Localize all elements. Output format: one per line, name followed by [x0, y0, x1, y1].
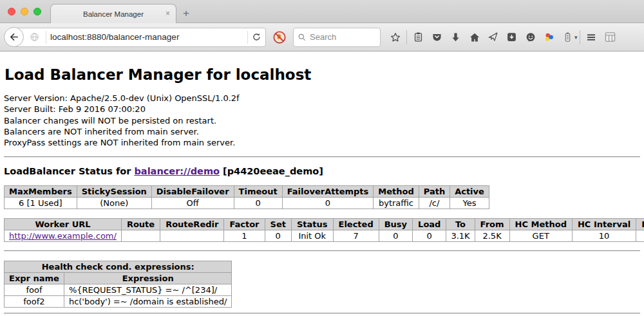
star-icon	[390, 32, 401, 43]
chevron-down-icon[interactable]: ▾	[574, 34, 578, 41]
minimize-window-button[interactable]	[21, 8, 28, 15]
url-input[interactable]	[50, 32, 243, 42]
worker-url-link[interactable]: http://www.example.com/	[9, 231, 117, 241]
cell-to: 3.1K	[446, 230, 475, 242]
balancer-demo-link[interactable]: balancer://demo	[134, 166, 220, 176]
cell-routeredir	[160, 230, 224, 242]
cell-expr-name: foof2	[5, 296, 64, 308]
title-bar: Balancer Manager × +	[0, 0, 644, 23]
heading-prefix: LoadBalancer Status for	[4, 166, 134, 176]
back-button[interactable]	[4, 27, 24, 47]
cell-set: 0	[265, 230, 291, 242]
downloads-button[interactable]	[446, 28, 465, 47]
navigation-toolbar: ▾	[0, 23, 644, 51]
cell-failoverattempts: 0	[282, 198, 374, 209]
cell-load: 0	[413, 230, 446, 242]
col-elected: Elected	[333, 219, 379, 230]
download-manager-button[interactable]	[502, 28, 521, 47]
server-version-line: Server Version: Apache/2.5.0-dev (Unix) …	[4, 93, 640, 104]
col-passes: Passes	[636, 219, 644, 230]
search-icon	[298, 33, 307, 42]
search-input[interactable]	[310, 32, 368, 42]
cell-status: Init Ok	[291, 230, 333, 242]
col-active: Active	[450, 186, 489, 198]
toolbar-separator	[406, 30, 407, 44]
cell-path: /c/	[419, 198, 450, 209]
col-load: Load	[413, 219, 446, 230]
browser-window: Balancer Manager × +	[0, 0, 644, 51]
page-content: Load Balancer Manager for localhost Serv…	[0, 51, 644, 314]
col-stickysession: StickySession	[77, 186, 151, 198]
cell-maxmembers: 6 [1 Used]	[5, 198, 77, 209]
globe-icon	[30, 32, 39, 42]
table-title-row: Health check cond. expressions:	[5, 261, 232, 273]
url-bar[interactable]	[14, 28, 266, 47]
server-built-line: Server Built: Feb 9 2016 07:00:20	[4, 104, 640, 115]
inherit-warning-line: Balancers are NOT inherited from main se…	[4, 126, 640, 137]
screenshot-extension-button[interactable]	[601, 28, 620, 47]
server-info: Server Version: Apache/2.5.0-dev (Unix) …	[4, 93, 640, 148]
health-table-title: Health check cond. expressions:	[5, 261, 232, 273]
home-icon	[469, 32, 480, 43]
col-route: Route	[121, 219, 160, 230]
hamburger-icon	[585, 32, 597, 43]
table-row: foof %{REQUEST_STATUS} =~ /^[234]/	[5, 284, 232, 296]
content-blocker-icon[interactable]	[272, 30, 287, 44]
table-header-row: Worker URL Route RouteRedir Factor Set S…	[5, 219, 644, 230]
feedback-button[interactable]	[521, 28, 540, 47]
heading-suffix: [p4420eeae_demo]	[220, 166, 323, 176]
health-check-table: Health check cond. expressions: Expr nam…	[4, 261, 232, 308]
pocket-icon	[431, 32, 442, 42]
reload-icon	[252, 32, 261, 42]
col-disablefailover: DisableFailover	[151, 186, 234, 198]
search-box[interactable]	[293, 28, 381, 47]
persist-warning-line: Balancer changes will NOT be persisted o…	[4, 115, 640, 126]
back-arrow-icon	[8, 32, 19, 42]
menu-button[interactable]	[582, 28, 601, 47]
table-header-row: MaxMembers StickySession DisableFailover…	[5, 186, 489, 198]
proxypass-warning-line: ProxyPass settings are NOT inherited fro…	[4, 137, 640, 148]
col-routeredir: RouteRedir	[160, 219, 224, 230]
home-button[interactable]	[465, 28, 484, 47]
traffic-lights	[8, 8, 41, 15]
zoom-window-button[interactable]	[33, 8, 41, 15]
bottom-divider	[4, 313, 640, 314]
send-tab-button[interactable]	[484, 28, 502, 47]
tab-balancer-manager[interactable]: Balancer Manager ×	[50, 4, 176, 23]
worker-table: Worker URL Route RouteRedir Factor Set S…	[4, 218, 644, 242]
colored-dots-icon	[544, 32, 555, 43]
close-window-button[interactable]	[8, 8, 15, 15]
cell-expression: hc('body') =~ /domain is established/	[64, 296, 232, 308]
cell-from: 2.5K	[475, 230, 509, 242]
urlbar-divider	[46, 31, 46, 44]
col-busy: Busy	[379, 219, 412, 230]
grid-window-icon	[604, 31, 616, 43]
cell-route	[121, 230, 160, 242]
balancer-status-heading: LoadBalancer Status for balancer://demo …	[4, 166, 640, 176]
blocked-badge-icon	[272, 30, 287, 44]
col-hc-interval: HC Interval	[572, 219, 636, 230]
cell-active: Yes	[450, 198, 489, 209]
cell-busy: 0	[379, 230, 412, 242]
smiley-icon	[525, 32, 536, 43]
bookmark-star-button[interactable]	[386, 28, 404, 47]
new-tab-button[interactable]: +	[183, 7, 189, 20]
col-expression: Expression	[64, 273, 232, 284]
cell-timeout: 0	[234, 198, 282, 209]
color-picker-extension-button[interactable]	[540, 28, 558, 47]
pocket-button[interactable]	[428, 28, 446, 47]
reading-list-button[interactable]	[409, 28, 428, 47]
col-path: Path	[419, 186, 450, 198]
col-worker-url: Worker URL	[5, 219, 122, 230]
col-expr-name: Expr name	[5, 273, 64, 284]
tab-close-icon[interactable]: ×	[166, 10, 170, 17]
col-status: Status	[291, 219, 333, 230]
clipboard-icon	[413, 32, 424, 42]
cell-passes: 1 (0)	[636, 230, 644, 242]
col-maxmembers: MaxMembers	[5, 186, 77, 198]
col-failoverattempts: FailoverAttempts	[282, 186, 374, 198]
paper-plane-icon	[488, 32, 498, 42]
toolbar-icons: ▾	[386, 28, 620, 47]
table-row: http://www.example.com/ 1 0 Init Ok 7 0 …	[5, 230, 644, 242]
reload-button[interactable]	[252, 32, 261, 42]
